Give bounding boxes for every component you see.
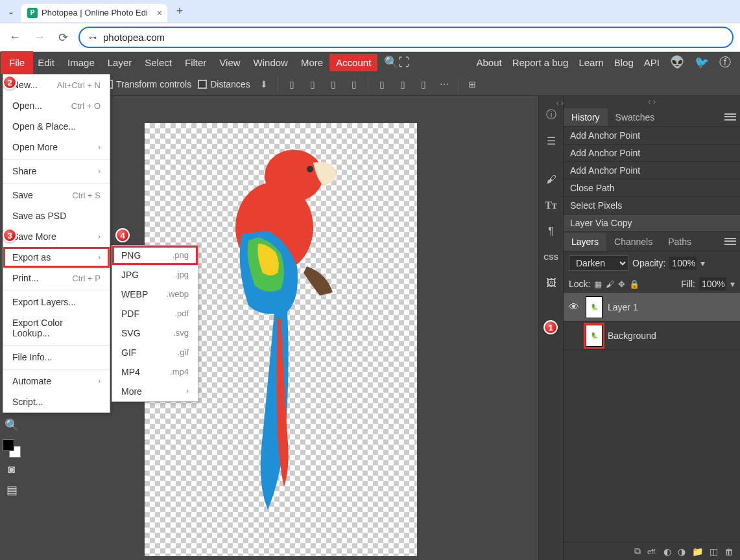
menu-export-layers[interactable]: Export Layers... <box>3 292 110 312</box>
panel-menu-button[interactable] <box>724 113 736 122</box>
export-jpg[interactable]: JPG.jpg <box>112 265 198 285</box>
menu-select[interactable]: Select <box>138 53 178 72</box>
lock-position-icon[interactable]: ✥ <box>618 279 625 289</box>
history-item[interactable]: Add Anchor Point <box>564 145 740 162</box>
layer-row[interactable]: 🦜 Background <box>564 321 740 350</box>
brush-panel-icon[interactable]: 🖌 <box>543 171 560 188</box>
export-more[interactable]: More› <box>112 382 198 401</box>
link-blog[interactable]: Blog <box>614 57 634 68</box>
twitter-icon[interactable]: 🐦 <box>695 55 709 69</box>
grid-icon[interactable]: ⊞ <box>465 77 479 91</box>
more-options-icon[interactable]: ⋯ <box>437 77 451 91</box>
align-right-icon[interactable]: ▯ <box>326 77 340 91</box>
distribute-spacing-icon[interactable]: ▯ <box>416 77 431 91</box>
reload-button[interactable]: ⟳ <box>56 28 71 47</box>
new-layer-icon[interactable]: ◫ <box>710 546 718 557</box>
menu-export-as[interactable]: Export as› <box>3 247 110 268</box>
layer-row[interactable]: 👁 🦜 Layer 1 <box>564 293 740 321</box>
tab-list-dropdown[interactable]: ⌄ <box>5 7 17 16</box>
zoom-tool-icon[interactable]: 🔍 <box>3 416 21 434</box>
tab-swatches[interactable]: Swatches <box>608 108 663 126</box>
export-pdf[interactable]: PDF.pdf <box>112 304 198 323</box>
menu-script[interactable]: Script... <box>3 391 110 412</box>
forward-button[interactable]: → <box>31 28 48 47</box>
panel-resize-handle[interactable]: ‹ › <box>564 96 740 108</box>
image-panel-icon[interactable]: 🖼 <box>543 275 560 292</box>
export-webp[interactable]: WEBP.webp <box>112 285 198 304</box>
menu-print[interactable]: Print...Ctrl + P <box>3 268 110 288</box>
visibility-icon[interactable]: 👁 <box>569 301 580 313</box>
history-item[interactable]: Add Anchor Point <box>564 162 740 180</box>
opacity-dropdown-icon[interactable]: ▾ <box>700 258 705 268</box>
link-layers-icon[interactable]: ⧉ <box>634 546 641 557</box>
history-item[interactable]: Select Pixels <box>564 197 740 215</box>
adjustment-layer-icon[interactable]: ◑ <box>678 546 686 557</box>
new-folder-icon[interactable]: 📁 <box>692 546 703 557</box>
adjustments-panel-icon[interactable]: ☰ <box>543 132 560 149</box>
history-item[interactable]: Add Anchor Point <box>564 127 740 145</box>
blend-mode-select[interactable]: Darken <box>569 255 628 271</box>
menu-file-info[interactable]: File Info... <box>3 347 110 368</box>
foreground-color-swatch[interactable] <box>3 439 14 451</box>
tab-layers[interactable]: Layers <box>564 233 606 251</box>
delete-layer-icon[interactable]: 🗑 <box>724 546 734 557</box>
paragraph-panel-icon[interactable]: ¶ <box>543 223 560 240</box>
url-input[interactable]: ⊶ photopea.com <box>78 27 734 48</box>
menu-open-more[interactable]: Open More› <box>3 137 110 158</box>
new-tab-button[interactable]: + <box>171 5 189 18</box>
menu-new[interactable]: New...Alt+Ctrl + N <box>3 75 110 95</box>
fullscreen-icon[interactable]: ⛶ <box>398 56 410 69</box>
menu-image[interactable]: Image <box>61 53 101 72</box>
export-gif[interactable]: GIF.gif <box>112 343 198 362</box>
align-top-icon[interactable]: ▯ <box>347 77 361 91</box>
lock-transparency-icon[interactable]: ▦ <box>594 279 602 289</box>
menu-filter[interactable]: Filter <box>178 53 213 72</box>
panel-menu-button[interactable] <box>724 237 736 246</box>
back-button[interactable]: ← <box>6 28 23 47</box>
info-panel-icon[interactable]: ⓘ <box>543 106 560 123</box>
screen-mode-icon[interactable]: ▤ <box>3 481 21 499</box>
distances-checkbox[interactable]: Distances <box>198 79 250 89</box>
menu-export-color-lookup[interactable]: Export Color Lookup... <box>3 312 110 344</box>
browser-tab[interactable]: P Photopea | Online Photo Edi × <box>21 4 167 22</box>
tab-paths[interactable]: Paths <box>660 233 699 251</box>
site-info-icon[interactable]: ⊶ <box>89 33 97 42</box>
fill-value[interactable]: 100% <box>699 277 726 290</box>
search-icon[interactable]: 🔍 <box>384 55 398 69</box>
export-mp4[interactable]: MP4.mp4 <box>112 362 198 382</box>
menu-save[interactable]: SaveCtrl + S <box>3 185 110 205</box>
menu-edit[interactable]: Edit <box>31 53 61 72</box>
export-png[interactable]: PNG.png <box>112 246 198 265</box>
menu-share[interactable]: Share› <box>3 161 110 181</box>
history-item[interactable]: Close Path <box>564 180 740 197</box>
transform-controls-checkbox[interactable]: Transform controls <box>104 79 191 89</box>
menu-window[interactable]: Window <box>247 53 294 72</box>
link-api[interactable]: API <box>644 57 660 68</box>
menu-save-more[interactable]: Save More› <box>3 226 110 247</box>
menu-save-psd[interactable]: Save as PSD <box>3 205 110 226</box>
quick-mask-icon[interactable]: ◙ <box>3 460 21 478</box>
reddit-icon[interactable]: 👽 <box>670 55 684 69</box>
facebook-icon[interactable]: ⓕ <box>719 54 731 70</box>
layer-name[interactable]: Background <box>608 331 656 341</box>
tab-channels[interactable]: Channels <box>606 233 660 251</box>
character-panel-icon[interactable]: Tт <box>543 197 560 214</box>
fill-dropdown-icon[interactable]: ▾ <box>730 279 735 289</box>
menu-layer[interactable]: Layer <box>101 53 139 72</box>
layer-effects-icon[interactable]: eff. <box>647 548 657 555</box>
layer-thumbnail[interactable]: 🦜 <box>586 296 603 318</box>
link-report-bug[interactable]: Report a bug <box>512 57 569 68</box>
close-tab-icon[interactable]: × <box>157 8 162 18</box>
layer-thumbnail[interactable]: 🦜 <box>586 325 603 347</box>
menu-view[interactable]: View <box>213 53 246 72</box>
distribute-v-icon[interactable]: ▯ <box>396 77 410 91</box>
export-svg[interactable]: SVG.svg <box>112 323 198 343</box>
css-panel-icon[interactable]: CSS <box>543 249 560 266</box>
align-center-h-icon[interactable]: ▯ <box>305 77 320 91</box>
menu-more[interactable]: More <box>294 53 329 72</box>
menu-open[interactable]: Open...Ctrl + O <box>3 95 110 116</box>
column-resize-handle[interactable]: ‹ › <box>556 99 564 108</box>
color-swatches[interactable] <box>3 439 21 458</box>
menu-file[interactable]: File <box>3 53 31 72</box>
menu-account[interactable]: Account <box>329 54 377 71</box>
